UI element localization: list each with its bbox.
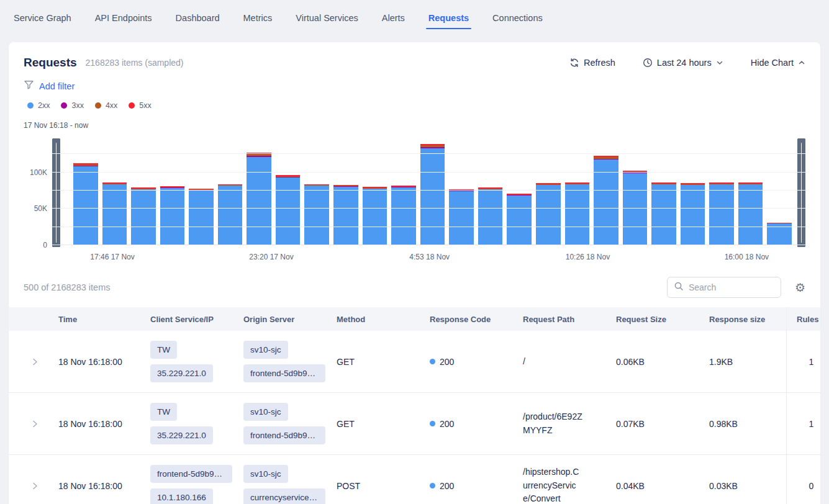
bar-segment-2xx [73, 166, 98, 245]
row-expand-button[interactable] [9, 357, 48, 367]
chart-bar[interactable] [565, 140, 590, 245]
column-header-request-size[interactable]: Request Size [606, 315, 699, 324]
bar-segment-2xx [565, 184, 590, 245]
hide-chart-toggle[interactable]: Hide Chart [751, 58, 805, 68]
panel-header: Requests 2168283 items (sampled) Refresh… [9, 56, 820, 70]
tag-chip[interactable]: sv10-sjc [243, 341, 288, 359]
chevron-up-icon [798, 59, 805, 66]
chart-bar[interactable] [709, 140, 734, 245]
column-header-response-code[interactable]: Response Code [420, 315, 513, 324]
brush-handle-left[interactable] [52, 138, 60, 247]
chart-bar[interactable] [767, 140, 792, 245]
y-tick-label: 0 [43, 241, 47, 250]
legend-item-5xx[interactable]: 5xx [129, 101, 151, 110]
nav-tab-dashboard[interactable]: Dashboard [176, 7, 220, 30]
column-header-response-size[interactable]: Response size [699, 315, 786, 324]
chart-bar[interactable] [478, 140, 503, 245]
nav-tab-connections[interactable]: Connections [492, 7, 543, 30]
filter-funnel-icon [24, 79, 34, 92]
chart-bar[interactable] [651, 140, 676, 245]
table-settings-gear-icon[interactable]: ⚙ [795, 282, 805, 294]
add-filter-button[interactable]: Add filter [39, 81, 75, 91]
table-row: 18 Nov 16:18:00frontend-5d9b94...10.1.18… [9, 455, 820, 504]
nav-tab-requests[interactable]: Requests [428, 7, 469, 30]
chart-bar[interactable] [738, 140, 763, 245]
search-icon [674, 281, 684, 294]
chart-bar[interactable] [304, 140, 329, 245]
chart-bar[interactable] [449, 140, 474, 245]
chart-bar[interactable] [507, 140, 532, 245]
bar-segment-2xx [102, 184, 127, 245]
tag-chip[interactable]: frontend-5d9b94... [243, 364, 325, 382]
chart-plot-area [52, 140, 805, 245]
cell-method: GET [327, 349, 420, 374]
nav-tab-alerts[interactable]: Alerts [382, 7, 405, 30]
chart-bar[interactable] [189, 140, 214, 245]
tag-chip[interactable]: 35.229.221.0 [150, 426, 213, 444]
nav-tab-virtual-services[interactable]: Virtual Services [296, 7, 358, 30]
refresh-label: Refresh [584, 58, 615, 68]
column-header-request-path[interactable]: Request Path [513, 315, 606, 324]
cell-client-service-ip: frontend-5d9b94...10.1.180.166 [140, 457, 233, 504]
nav-tab-metrics[interactable]: Metrics [243, 7, 273, 30]
chart-bar[interactable] [420, 140, 445, 245]
chart-bar[interactable] [536, 140, 561, 245]
tag-chip[interactable]: sv10-sjc [243, 403, 288, 421]
tag-chip[interactable]: sv10-sjc [243, 465, 288, 483]
bar-segment-2xx [651, 184, 676, 245]
row-expand-button[interactable] [9, 419, 48, 429]
cell-rules-hit: 1 [786, 393, 820, 454]
search-input[interactable] [689, 282, 774, 292]
table-summary: 500 of 2168283 items [24, 282, 110, 292]
chart-gridline [52, 208, 805, 209]
chart-bar[interactable] [363, 140, 387, 245]
tag-chip[interactable]: TW [150, 341, 177, 359]
legend-item-2xx[interactable]: 2xx [27, 101, 50, 110]
tag-chip[interactable]: 10.1.180.166 [150, 488, 213, 504]
cell-request-path: /hipstershop.CurrencyService/Convert [513, 458, 606, 504]
requests-bar-chart: 050K100K [9, 140, 820, 245]
chart-gridline [52, 153, 805, 154]
legend-item-4xx[interactable]: 4xx [95, 101, 117, 110]
chart-bar[interactable] [391, 140, 416, 245]
time-range-dropdown[interactable]: Last 24 hours [643, 58, 723, 68]
legend-item-3xx[interactable]: 3xx [61, 101, 83, 110]
cell-client-service-ip: TW35.229.221.0 [140, 333, 233, 390]
chart-bar[interactable] [73, 140, 98, 245]
brush-handle-right[interactable] [797, 138, 805, 247]
tag-chip[interactable]: frontend-5d9b94... [150, 465, 232, 483]
chart-bar[interactable] [333, 140, 358, 245]
tag-chip[interactable]: currencyservice-... [243, 488, 325, 504]
chart-bar[interactable] [623, 140, 648, 245]
chart-bar[interactable] [594, 140, 618, 245]
chart-bar[interactable] [131, 140, 156, 245]
cell-time: 18 Nov 16:18:00 [48, 349, 140, 374]
chart-bar[interactable] [218, 140, 243, 245]
bar-segment-2xx [738, 184, 763, 245]
tag-chip[interactable]: frontend-5d9b94... [243, 426, 325, 444]
nav-tab-api-endpoints[interactable]: API Endpoints [95, 7, 152, 30]
column-header-method[interactable]: Method [327, 315, 420, 324]
column-header-rules-hit[interactable]: Rules hit [786, 307, 820, 331]
chart-bar[interactable] [247, 140, 271, 245]
cell-time: 18 Nov 16:18:00 [48, 412, 140, 436]
nav-tab-service-graph[interactable]: Service Graph [14, 7, 71, 30]
chart-bar[interactable] [681, 140, 705, 245]
response-code-value: 200 [440, 481, 454, 491]
tag-chip[interactable]: 35.229.221.0 [150, 364, 213, 382]
top-navigation: Service GraphAPI EndpointsDashboardMetri… [0, 0, 829, 37]
refresh-button[interactable]: Refresh [569, 58, 615, 68]
chart-bar[interactable] [276, 140, 301, 245]
search-box[interactable] [667, 277, 781, 298]
column-header-origin-server[interactable]: Origin Server [233, 315, 327, 324]
chart-bar[interactable] [102, 140, 127, 245]
hide-chart-label: Hide Chart [751, 58, 794, 68]
column-header-time[interactable]: Time [48, 315, 140, 324]
cell-origin-server-chips: sv10-sjccurrencyservice-... [243, 465, 310, 504]
column-header-client-service-ip[interactable]: Client Service/IP [140, 315, 233, 324]
tag-chip[interactable]: TW [150, 403, 177, 421]
cell-origin-server: sv10-sjcfrontend-5d9b94... [233, 333, 327, 390]
bar-segment-2xx [304, 186, 329, 245]
row-expand-button[interactable] [9, 481, 48, 491]
chart-bar[interactable] [160, 140, 185, 245]
